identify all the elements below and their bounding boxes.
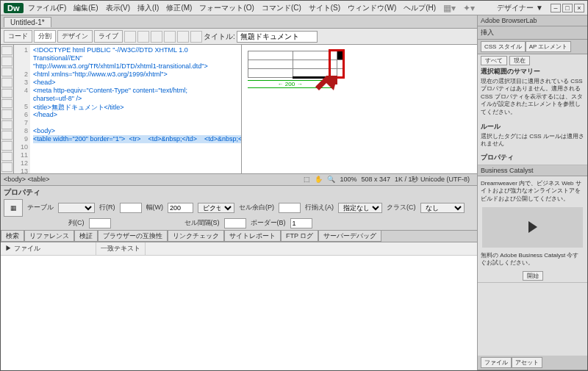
col-file[interactable]: ▶ ファイル [1,242,96,255]
menu-modify[interactable]: 修正(M) [166,3,192,13]
toolbar-icon[interactable] [177,31,189,43]
menu-format[interactable]: フォーマット(O) [199,3,254,13]
code-tool-icon[interactable] [1,57,12,65]
minimize-icon[interactable]: – [551,4,561,12]
document-toolbar: コード 分割 デザイン ライブ タイトル: [1,29,477,45]
code-tool-icon[interactable] [1,120,12,129]
col-matched-text[interactable]: 一致テキスト [96,242,146,255]
table-id-select[interactable] [58,203,95,213]
tab-link-check[interactable]: リンクチェック [168,231,224,242]
bottom-tabs: 検索 リファレンス 検証 ブラウザーの互換性 リンクチェック サイトレポート F… [1,230,477,242]
panel-insert[interactable]: 挿入 [478,26,587,40]
class-select[interactable]: なし [420,203,465,213]
hand-tool-icon[interactable]: ✋ [315,176,323,183]
workspace-switcher[interactable]: デザイナー ▼ [497,3,543,13]
properties-panel: プロパティ ▦ テーブル 行(R) 幅(W) ピクセル セル余白(P) 行揃え(… [1,185,477,230]
tab-css-styles[interactable]: CSS スタイル [481,41,526,52]
code-tool-icon[interactable] [1,68,12,76]
menu-view[interactable]: 表示(V) [106,3,130,13]
tab-files[interactable]: ファイル [481,357,512,368]
css-panel-header: CSS スタイル AP エレメント [478,40,587,54]
cellpad-input[interactable] [279,203,301,213]
rows-input[interactable] [120,203,142,213]
code-view[interactable]: 12345678910111213141516171819202122 <!DO… [14,45,242,173]
tab-server-debug[interactable]: サーバーデバッグ [318,231,381,242]
maximize-icon[interactable]: □ [562,4,573,12]
align-label: 行揃え(A) [305,203,334,212]
width-input[interactable] [168,203,193,213]
view-design-button[interactable]: デザイン [57,30,93,43]
bc-video-thumbnail[interactable] [482,207,583,248]
view-code-button[interactable]: コード [4,30,32,43]
code-tool-icon[interactable] [1,141,12,150]
layout-icon[interactable]: ▦▾ [443,3,456,13]
code-tool-icon[interactable] [1,109,12,118]
bc-start-button[interactable]: 開始 [523,271,543,281]
toolbar-icon[interactable] [190,31,202,43]
annotation-arrow-icon [308,76,337,99]
menu-edit[interactable]: 編集(E) [74,3,98,13]
toolbar-icon[interactable] [164,31,176,43]
view-split-button[interactable]: 分割 [34,30,56,43]
align-select[interactable]: 指定なし [338,203,382,213]
workarea: 12345678910111213141516171819202122 <!DO… [1,45,477,173]
css-current-button[interactable]: 現在 [509,56,530,65]
file-info: 1K / 1秒 Unicode (UTF-8) [395,175,470,184]
properties-title: プロパティ [4,187,474,198]
toolbar-icon[interactable] [124,31,136,43]
tab-assets[interactable]: アセット [512,357,542,368]
toolbar-icon[interactable] [137,31,149,43]
app-logo: Dw [4,3,24,13]
menu-help[interactable]: ヘルプ(H) [404,3,436,13]
menu-command[interactable]: コマンド(C) [262,3,301,13]
close-icon[interactable]: × [574,4,584,12]
menu-site[interactable]: サイト(S) [309,3,340,13]
window-controls: – □ × [551,4,584,12]
rows-label: 行(R) [99,203,115,212]
window-size[interactable]: 508 x 347 [361,176,390,183]
document-tab[interactable]: Untitled-1* [4,17,51,27]
cellpad-label: セル余白(P) [239,203,274,212]
design-view[interactable]: ← 200 → [242,45,477,173]
code-tool-icon[interactable] [1,152,12,161]
code-tool-icon[interactable] [1,131,12,140]
tab-ftp-log[interactable]: FTP ログ [281,231,318,242]
toolbar-icon[interactable] [151,31,162,43]
tab-browser-compat[interactable]: ブラウザーの互換性 [98,231,168,242]
code-tool-icon[interactable] [1,162,12,171]
title-input[interactable] [237,31,318,43]
code-tool-icon[interactable] [1,89,12,98]
menu-insert[interactable]: 挿入(I) [137,3,159,13]
view-live-button[interactable]: ライブ [94,30,123,43]
code-tool-icon[interactable] [1,46,12,55]
tab-validate[interactable]: 検証 [74,231,98,242]
panel-business-catalyst[interactable]: Business Catalyst [478,165,587,176]
css-all-button[interactable]: すべて [481,56,507,65]
extend-icon[interactable]: ✦▾ [463,3,475,13]
zoom-tool-icon[interactable]: 🔍 [327,176,335,183]
border-input[interactable] [290,218,312,228]
code-source[interactable]: <!DOCTYPE html PUBLIC "-//W3C//DTD XHTML… [30,45,241,173]
zoom-level[interactable]: 100% [340,176,356,183]
element-type: テーブル [27,203,54,212]
tag-selector[interactable]: <body> <table> [4,176,50,183]
annotation-highlight-box [329,49,345,79]
code-tool-icon[interactable] [1,99,12,108]
code-tool-icon[interactable] [1,78,12,87]
cols-input[interactable] [89,218,111,228]
css-props-title: プロパティ [481,153,584,162]
width-unit-select[interactable]: ピクセル [198,203,234,213]
menu-file[interactable]: ファイル(F) [28,3,67,13]
cellspace-input[interactable] [224,218,246,228]
tab-search[interactable]: 検索 [1,231,24,242]
line-gutter: 12345678910111213141516171819202122 [14,45,30,173]
play-icon [528,221,537,233]
main-area: Untitled-1* コード 分割 デザイン ライブ タイトル: [1,15,477,370]
status-bar: <body> <table> ⬚ ✋ 🔍 100% 508 x 347 1K /… [1,173,477,185]
panel-browserlab[interactable]: Adobe BrowserLab [478,15,587,26]
select-tool-icon[interactable]: ⬚ [304,176,310,183]
tab-reference[interactable]: リファレンス [24,231,74,242]
menu-window[interactable]: ウィンドウ(W) [348,3,396,13]
tab-site-report[interactable]: サイトレポート [224,231,281,242]
tab-ap-elements[interactable]: AP エレメント [526,41,572,52]
